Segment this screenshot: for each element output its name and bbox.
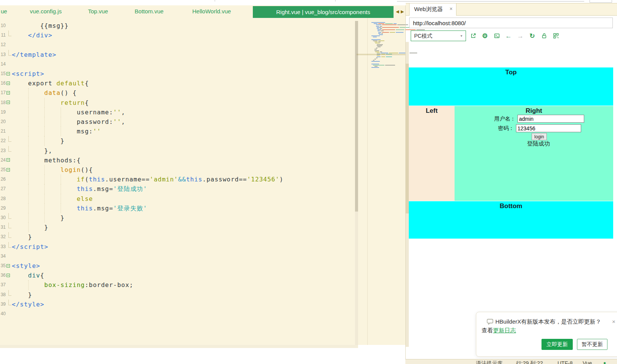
code-text: export default{	[12, 79, 89, 88]
console-icon[interactable]	[493, 33, 500, 39]
device-mode-select[interactable]: PC模式 ▼	[411, 30, 466, 41]
code-line-30[interactable]: 30 }	[0, 213, 355, 223]
minimap-row	[373, 65, 396, 66]
code-editor[interactable]: 10 {{msg}}11 </div>1213</template>1415<s…	[0, 21, 355, 345]
close-icon[interactable]: ×	[612, 318, 615, 325]
scope-end-mark	[8, 300, 11, 305]
code-line-18[interactable]: 18 return{	[0, 98, 355, 107]
code-line-14[interactable]: 14	[0, 59, 355, 69]
update-message: HBuilderX有新版本发布，是否立即更新？	[495, 318, 601, 326]
url-input[interactable]	[409, 18, 613, 28]
scrollbar-thumb[interactable]	[406, 64, 409, 213]
code-line-25[interactable]: 25 login(){	[0, 165, 355, 175]
unlock-icon[interactable]	[541, 33, 547, 39]
minimap-row	[371, 39, 381, 40]
minimap-row	[379, 34, 384, 35]
code-line-23[interactable]: 23 },	[0, 146, 355, 156]
editor-vertical-scrollbar[interactable]	[355, 21, 358, 345]
code-line-31[interactable]: 31 }	[0, 223, 355, 232]
code-line-11[interactable]: 11 </div>	[0, 30, 355, 40]
editor-horizontal-scrollbar[interactable]	[0, 345, 358, 348]
code-line-22[interactable]: 22 }	[0, 136, 355, 146]
minimap-row	[371, 22, 386, 23]
code-line-21[interactable]: 21 msg:''	[0, 127, 355, 136]
code-line-10[interactable]: 10 {{msg}}	[0, 21, 355, 30]
fold-toggle-icon[interactable]	[6, 82, 10, 85]
code-line-19[interactable]: 19 username:'',	[0, 107, 355, 117]
refresh-icon[interactable]: ↻	[529, 33, 535, 39]
code-text: </template>	[12, 50, 56, 59]
changelog-link[interactable]: 更新日志	[493, 327, 516, 334]
code-line-34[interactable]: 34	[0, 252, 355, 261]
close-icon[interactable]: ×	[450, 6, 453, 12]
left-heading: Left	[409, 107, 455, 115]
username-input[interactable]	[517, 115, 584, 123]
fold-toggle-icon[interactable]	[6, 264, 10, 268]
window-control-fragment	[590, 0, 612, 3]
settings-gear-icon[interactable]: ⚙	[482, 33, 488, 39]
minimap-row	[375, 43, 381, 43]
fold-toggle-icon[interactable]	[6, 158, 10, 162]
editor-tab-bar: uevue.config.jsTop.vueBottom.vueHelloWor…	[0, 5, 405, 18]
tab-top-vue[interactable]: Top.vue	[88, 8, 108, 14]
open-in-browser-icon[interactable]	[470, 33, 476, 39]
tab-scroll-right-icon[interactable]: ▶	[401, 10, 404, 14]
code-line-12[interactable]: 12	[0, 40, 355, 50]
tab-right-vue-active[interactable]: Right.vue | vue_blog/src/components	[253, 6, 394, 18]
code-line-33[interactable]: 33</script>	[0, 242, 355, 252]
code-text: div{	[12, 271, 44, 280]
tab-bottom-vue[interactable]: Bottom.vue	[135, 8, 164, 14]
update-later-button[interactable]: 暂不更新	[577, 339, 607, 350]
line-number: 14	[0, 59, 6, 69]
code-line-35[interactable]: 35<style>	[0, 261, 355, 271]
code-line-16[interactable]: 16 export default{	[0, 79, 355, 88]
code-line-26[interactable]: 26 if(this.username=='admin'&&this.passw…	[0, 175, 355, 184]
editor-minimap[interactable]	[367, 18, 406, 345]
code-line-13[interactable]: 13</template>	[0, 50, 355, 59]
minimap-row	[376, 24, 409, 25]
scope-end-mark	[8, 50, 11, 56]
code-line-40[interactable]: 40	[0, 309, 355, 319]
code-line-32[interactable]: 32 }	[0, 232, 355, 242]
hbuilderx-window: uevue.config.jsTop.vueBottom.vueHelloWor…	[0, 0, 617, 364]
code-line-24[interactable]: 24 methods:{	[0, 156, 355, 165]
line-number: 34	[0, 252, 6, 261]
fold-toggle-icon[interactable]	[6, 168, 10, 172]
tab-scroll-left-icon[interactable]: ◀	[396, 10, 399, 14]
password-input[interactable]	[516, 124, 581, 132]
top-heading: Top	[409, 69, 613, 76]
code-line-28[interactable]: 28 else	[0, 194, 355, 204]
fold-toggle-icon[interactable]	[6, 274, 10, 277]
code-line-15[interactable]: 15<script>	[0, 69, 355, 79]
scrollbar-thumb[interactable]	[355, 21, 358, 212]
tab-fragment[interactable]: ue	[1, 8, 7, 14]
code-line-20[interactable]: 20 password:'',	[0, 117, 355, 127]
tab-vue-config-js[interactable]: vue.config.js	[30, 8, 61, 14]
code-line-27[interactable]: 27 this.msg='登陆成功'	[0, 184, 355, 194]
minimap-row	[374, 23, 397, 24]
code-line-38[interactable]: 38 }	[0, 290, 355, 300]
update-now-button[interactable]: 立即更新	[541, 339, 573, 350]
code-line-39[interactable]: 39</style>	[0, 300, 355, 309]
code-line-29[interactable]: 29 this.msg='登录失败'	[0, 204, 355, 213]
code-line-36[interactable]: 36 div{	[0, 271, 355, 280]
fold-toggle-icon[interactable]	[6, 72, 10, 75]
login-button[interactable]: login	[532, 133, 547, 140]
bottom-heading: Bottom	[409, 202, 613, 210]
preview-scrollbar[interactable]	[406, 42, 409, 347]
code-text: msg:''	[12, 127, 101, 136]
tab-web-browser[interactable]: Web浏览器 ×	[409, 3, 456, 16]
minimap-row	[377, 28, 383, 29]
scope-end-mark	[8, 242, 11, 248]
code-line-17[interactable]: 17 data() {	[0, 88, 355, 98]
fold-toggle-icon[interactable]	[6, 101, 10, 104]
chevron-down-icon: ▼	[460, 34, 463, 38]
scope-end-mark	[8, 146, 11, 152]
fold-toggle-icon[interactable]	[6, 91, 10, 95]
tab-helloworld-vue[interactable]: HelloWorld.vue	[192, 8, 231, 14]
back-icon[interactable]: ←	[505, 33, 512, 39]
username-label: 用户名：	[455, 115, 516, 122]
code-line-37[interactable]: 37 box-sizing:border-box;	[0, 280, 355, 290]
qrcode-icon[interactable]	[553, 33, 559, 39]
forward-icon[interactable]: →	[517, 33, 524, 39]
